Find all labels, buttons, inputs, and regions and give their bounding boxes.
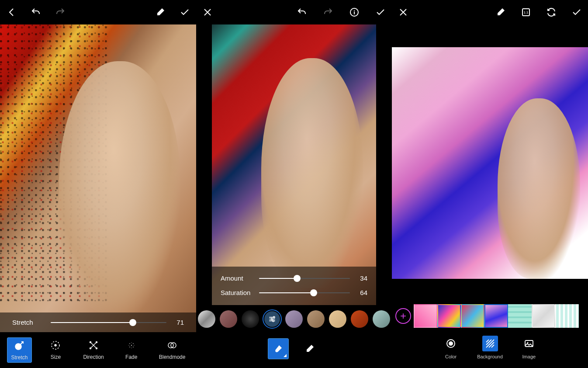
tab-background[interactable]: Background <box>477 336 503 359</box>
photo-preview: Stretch 71 <box>0 24 196 332</box>
stretch-slider-row: Stretch 71 <box>12 319 184 326</box>
swatch-sandy-brown[interactable] <box>306 309 325 329</box>
refresh-icon[interactable] <box>545 6 557 18</box>
slider-panel: Amount 34 Saturation 64 <box>212 267 376 305</box>
close-icon[interactable] <box>201 6 214 18</box>
tab-stretch[interactable]: Stretch <box>7 337 31 363</box>
eraser-icon[interactable] <box>495 6 507 18</box>
stretch-slider[interactable] <box>51 322 166 323</box>
stretch-icon <box>13 340 25 352</box>
svg-point-10 <box>129 347 130 347</box>
svg-point-15 <box>134 345 134 345</box>
svg-point-14 <box>128 345 129 345</box>
expand-corner-icon <box>284 354 287 357</box>
tab-image[interactable]: Image <box>521 336 537 359</box>
amount-slider[interactable] <box>259 278 350 279</box>
svg-point-7 <box>131 345 132 346</box>
fade-icon <box>125 339 138 351</box>
brush-button[interactable] <box>268 338 289 359</box>
bg-thumb-mint-stripe[interactable] <box>555 304 579 328</box>
close-icon[interactable] <box>397 6 409 18</box>
background-tabs: Color Background Image <box>392 330 588 368</box>
svg-point-13 <box>131 347 131 348</box>
panel-background: 1:1 + Color Background Image <box>392 0 588 368</box>
svg-point-21 <box>273 320 274 322</box>
subject-face <box>261 58 363 288</box>
aspect-ratio-icon[interactable]: 1:1 <box>520 6 532 18</box>
apply-icon[interactable] <box>374 6 387 18</box>
topbar <box>196 0 392 24</box>
topbar <box>0 0 196 24</box>
svg-point-5 <box>90 348 91 349</box>
add-background-button[interactable]: + <box>395 308 411 324</box>
back-icon[interactable] <box>5 6 17 18</box>
swatch-blonde[interactable] <box>328 309 347 329</box>
tab-label: Fade <box>125 354 137 360</box>
bg-thumb-paint-b[interactable] <box>461 304 484 328</box>
panel-dispersion: Stretch 71 Stretch Size Direction <box>0 0 196 368</box>
bg-thumb-pink-pattern[interactable] <box>414 304 437 328</box>
tab-size[interactable]: Size <box>46 337 65 362</box>
subject-face <box>59 61 180 313</box>
swatch-black[interactable] <box>241 309 260 329</box>
tab-label: Image <box>522 354 536 359</box>
undo-icon[interactable] <box>30 6 42 18</box>
subject-face <box>498 98 580 279</box>
slider-label: Saturation <box>221 289 254 296</box>
redo-icon[interactable] <box>322 6 334 18</box>
svg-point-4 <box>96 342 97 343</box>
swatch-rose-brown[interactable] <box>219 309 238 329</box>
svg-point-20 <box>271 318 273 319</box>
svg-point-19 <box>273 316 275 318</box>
svg-point-11 <box>133 347 134 347</box>
svg-point-25 <box>449 341 453 346</box>
swatch-auburn-red[interactable] <box>350 309 369 329</box>
color-icon <box>443 336 459 351</box>
tab-fade[interactable]: Fade <box>122 337 141 362</box>
tab-label: Size <box>51 354 61 360</box>
slider-value: 71 <box>172 319 184 326</box>
color-swatches <box>196 305 392 333</box>
tab-label: Color <box>445 354 457 359</box>
tab-blendmode[interactable]: Blendmode <box>156 337 189 362</box>
canvas[interactable] <box>392 24 588 302</box>
saturation-slider-row: Saturation 64 <box>221 285 367 300</box>
tab-label: Stretch <box>11 354 28 361</box>
saturation-slider[interactable] <box>259 292 350 293</box>
canvas[interactable]: Stretch 71 <box>0 24 196 332</box>
photo-preview: Amount 34 Saturation 64 <box>212 24 376 305</box>
redo-icon[interactable] <box>54 6 66 18</box>
brush-eraser-row <box>196 333 392 368</box>
swatch-teal-silver[interactable] <box>372 309 391 329</box>
swatch-custom-adjust[interactable] <box>263 309 282 329</box>
svg-point-8 <box>129 343 130 344</box>
tab-color[interactable]: Color <box>443 336 459 359</box>
info-icon[interactable] <box>348 6 360 18</box>
bg-thumb-pink-blue-brush[interactable] <box>484 304 508 328</box>
apply-icon[interactable] <box>571 6 583 18</box>
bg-thumb-mint-melon[interactable] <box>508 304 532 328</box>
background-thumbnails: + <box>392 302 588 330</box>
swatch-muted-purple[interactable] <box>284 309 304 329</box>
direction-icon <box>87 339 100 351</box>
amount-slider-row: Amount 34 <box>221 271 367 285</box>
bg-thumb-paint-a[interactable] <box>437 304 461 328</box>
tab-direction[interactable]: Direction <box>80 337 107 362</box>
canvas[interactable]: Amount 34 Saturation 64 <box>196 24 392 305</box>
svg-point-3 <box>90 342 91 343</box>
slider-panel: Stretch 71 <box>0 312 196 332</box>
slider-value: 64 <box>355 289 367 296</box>
image-icon <box>521 336 537 351</box>
bg-thumb-white-marble[interactable] <box>532 304 555 328</box>
eraser-button[interactable] <box>299 338 320 359</box>
undo-icon[interactable] <box>296 6 308 18</box>
svg-text:1:1: 1:1 <box>523 10 529 14</box>
svg-point-12 <box>131 342 131 343</box>
svg-point-9 <box>133 343 134 344</box>
swatch-silver-gradient[interactable] <box>197 309 216 329</box>
size-icon <box>49 339 62 351</box>
photo-preview <box>392 47 588 279</box>
panel-haircolor: Amount 34 Saturation 64 <box>196 0 392 368</box>
apply-icon[interactable] <box>179 6 191 18</box>
eraser-icon[interactable] <box>154 6 166 18</box>
